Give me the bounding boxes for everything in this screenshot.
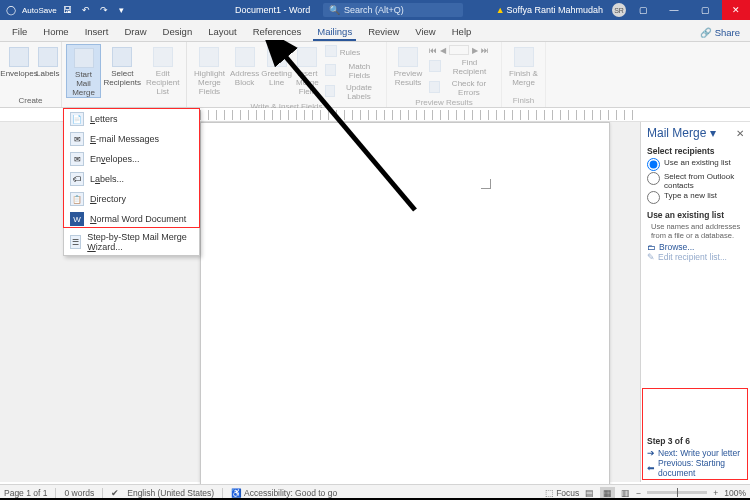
accessibility-indicator[interactable]: ♿ Accessibility: Good to go bbox=[231, 488, 337, 498]
access-label: Accessibility: Good to go bbox=[244, 488, 337, 498]
save-icon[interactable]: 🖫 bbox=[61, 3, 75, 17]
pane-close-button[interactable]: ✕ bbox=[736, 128, 744, 139]
label2-icon: 🏷 bbox=[70, 172, 84, 186]
highlight-label: Highlight Merge Fields bbox=[191, 69, 228, 96]
start-mm-label: Start Mail Merge bbox=[67, 70, 100, 97]
tab-home[interactable]: Home bbox=[35, 23, 76, 41]
prev-label: Previous: Starting document bbox=[658, 458, 744, 478]
prev-step-link[interactable]: ⬅Previous: Starting document bbox=[647, 458, 744, 478]
undo-icon[interactable]: ↶ bbox=[79, 3, 93, 17]
tab-design[interactable]: Design bbox=[155, 23, 201, 41]
language-indicator[interactable]: English (United States) bbox=[127, 488, 214, 498]
tab-insert[interactable]: Insert bbox=[77, 23, 117, 41]
zoom-slider[interactable] bbox=[647, 491, 707, 494]
maximize-button[interactable]: ▢ bbox=[691, 0, 719, 20]
page-indicator[interactable]: Page 1 of 1 bbox=[4, 488, 47, 498]
envelopes-button[interactable]: Envelopes bbox=[4, 44, 34, 78]
next-label: Next: Write your letter bbox=[658, 448, 740, 458]
browse-link[interactable]: 🗀Browse... bbox=[647, 242, 744, 252]
menu-directory[interactable]: 📋Directory bbox=[64, 189, 199, 209]
menu-letters[interactable]: 📄LLettersetters bbox=[64, 109, 199, 129]
tab-file[interactable]: File bbox=[4, 23, 35, 41]
tab-review[interactable]: Review bbox=[360, 23, 407, 41]
edit-icon: ✎ bbox=[647, 252, 655, 262]
user-name: Soffya Ranti Mahmudah bbox=[507, 5, 603, 15]
radio-existing[interactable] bbox=[647, 158, 660, 171]
highlight-fields-button[interactable]: Highlight Merge Fields bbox=[191, 44, 228, 102]
redo-icon[interactable]: ↷ bbox=[97, 3, 111, 17]
labels-button[interactable]: Labels bbox=[36, 44, 60, 78]
select-recipients-button[interactable]: Select Recipients bbox=[103, 44, 142, 98]
opt-outlook[interactable]: Select from Outlook contacts bbox=[647, 172, 744, 190]
mail-merge-icon bbox=[74, 48, 94, 68]
word-count[interactable]: 0 words bbox=[64, 488, 94, 498]
avatar[interactable]: SR bbox=[612, 3, 626, 17]
find-recipient-button[interactable]: Find Recipient bbox=[427, 57, 497, 77]
radio-new[interactable] bbox=[647, 191, 660, 204]
envelope-icon bbox=[9, 47, 29, 67]
envelopes-label: Envelopes bbox=[0, 69, 37, 78]
focus-label: Focus bbox=[556, 488, 579, 498]
label-icon bbox=[38, 47, 58, 67]
edit-recipient-link[interactable]: ✎Edit recipient list... bbox=[647, 252, 744, 262]
view-web-icon[interactable]: ▥ bbox=[621, 488, 630, 498]
finish-merge-button[interactable]: Finish & Merge bbox=[506, 44, 541, 87]
focus-mode-button[interactable]: ⬚ Focus bbox=[545, 488, 580, 498]
autosave-toggle[interactable]: ◯ bbox=[4, 3, 18, 17]
spell-check-icon[interactable]: ✔ bbox=[111, 488, 119, 498]
record-box[interactable] bbox=[449, 45, 469, 55]
pane-dropdown-icon[interactable]: ▾ bbox=[710, 126, 716, 140]
tab-view[interactable]: View bbox=[407, 23, 443, 41]
tab-help[interactable]: Help bbox=[444, 23, 480, 41]
minimize-button[interactable]: — bbox=[660, 0, 688, 20]
zoom-level[interactable]: 100% bbox=[724, 488, 746, 498]
next-step-link[interactable]: ➔Next: Write your letter bbox=[647, 448, 744, 458]
title-bar: ◯ AutoSave 🖫 ↶ ↷ ▾ Document1 - Word 🔍 Se… bbox=[0, 0, 750, 20]
opt-existing[interactable]: Use an existing list bbox=[647, 158, 744, 171]
finish-label: Finish & Merge bbox=[506, 69, 541, 87]
search-box[interactable]: 🔍 Search (Alt+Q) bbox=[323, 3, 463, 17]
qat-more-icon[interactable]: ▾ bbox=[115, 3, 129, 17]
prev-icon: ◀ bbox=[440, 46, 446, 55]
browse-label: Browse... bbox=[659, 242, 694, 252]
browse-icon: 🗀 bbox=[647, 242, 656, 252]
search-icon: 🔍 bbox=[329, 5, 340, 15]
address-block-button[interactable]: Address Block bbox=[230, 44, 259, 102]
menu-email[interactable]: ✉E-mail Messages bbox=[64, 129, 199, 149]
ribbon-tabs: File Home Insert Draw Design Layout Refe… bbox=[0, 20, 750, 42]
menu-normal[interactable]: WNormal Word Document bbox=[64, 209, 199, 229]
view-read-icon[interactable]: ▤ bbox=[585, 488, 594, 498]
word-icon: W bbox=[70, 212, 84, 226]
recipients-icon bbox=[112, 47, 132, 67]
nav-buttons[interactable]: ⏮◀▶⏭ bbox=[427, 44, 497, 56]
labels-label: Labels bbox=[36, 69, 60, 78]
view-print-icon[interactable]: ▦ bbox=[600, 487, 615, 499]
close-button[interactable]: ✕ bbox=[722, 0, 750, 20]
zoom-out-button[interactable]: − bbox=[636, 488, 641, 498]
ribbon-display-icon[interactable]: ▢ bbox=[629, 0, 657, 20]
menu-wizard[interactable]: ☰Step-by-Step Mail Merge Wizard... bbox=[64, 229, 199, 255]
svg-line-0 bbox=[280, 50, 415, 210]
start-mail-merge-button[interactable]: Start Mail Merge bbox=[66, 44, 101, 98]
tab-layout[interactable]: Layout bbox=[200, 23, 245, 41]
menu-labels[interactable]: 🏷Labels... bbox=[64, 169, 199, 189]
menu-envelopes[interactable]: ✉Envelopes... bbox=[64, 149, 199, 169]
tab-mailings[interactable]: Mailings bbox=[309, 23, 360, 41]
edit-list-icon bbox=[153, 47, 173, 67]
share-button[interactable]: 🔗 Share bbox=[694, 24, 746, 41]
last-icon: ⏭ bbox=[481, 46, 489, 55]
tab-references[interactable]: References bbox=[245, 23, 310, 41]
opt-outlook-label: Select from Outlook contacts bbox=[664, 172, 744, 190]
radio-outlook[interactable] bbox=[647, 172, 660, 185]
edit-label: Edit recipient list... bbox=[658, 252, 727, 262]
email-icon: ✉ bbox=[70, 132, 84, 146]
edit-recipient-list-button[interactable]: Edit Recipient List bbox=[144, 44, 183, 98]
arrow-left-icon: ⬅ bbox=[647, 463, 655, 473]
account-warning[interactable]: ▲ Soffya Ranti Mahmudah bbox=[496, 5, 603, 15]
opt-new[interactable]: Type a new list bbox=[647, 191, 744, 204]
group-create-label: Create bbox=[4, 96, 57, 106]
zoom-in-button[interactable]: + bbox=[713, 488, 718, 498]
check-errors-button[interactable]: Check for Errors bbox=[427, 78, 497, 98]
tab-draw[interactable]: Draw bbox=[116, 23, 154, 41]
search-placeholder: Search (Alt+Q) bbox=[344, 5, 404, 15]
